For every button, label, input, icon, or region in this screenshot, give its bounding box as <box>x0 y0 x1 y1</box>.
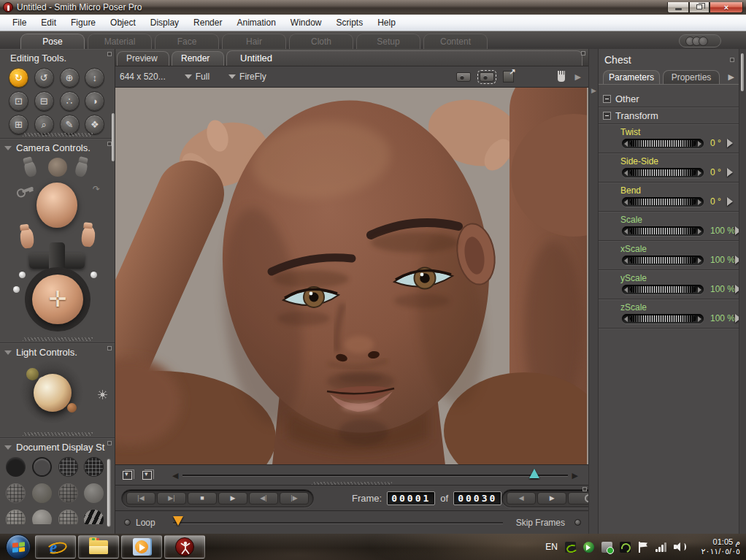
collapse-triangle-icon[interactable] <box>4 350 12 355</box>
taskbar-poser[interactable] <box>164 535 205 559</box>
dial-left-arrow-icon[interactable] <box>624 258 628 264</box>
start-button[interactable] <box>6 534 31 559</box>
idm-tray-icon[interactable] <box>583 542 594 553</box>
room-tab-material[interactable]: Material <box>88 34 152 49</box>
taskbar-windows-media-player[interactable] <box>121 535 162 559</box>
direct-manipulation-tool-button[interactable]: ✎ <box>60 115 80 134</box>
room-tab-setup[interactable]: Setup <box>356 34 420 49</box>
restore-button[interactable] <box>689 2 710 13</box>
timeline-left-arrow-icon[interactable]: ◀ <box>172 471 178 480</box>
panel-menu-box[interactable] <box>730 58 734 62</box>
room-tab-pose[interactable]: Pose <box>20 34 85 49</box>
translate-pull-tool-button[interactable]: ⊕ <box>60 68 80 88</box>
left-hand-flesh-icon[interactable] <box>20 227 35 249</box>
scale-tool-button[interactable]: ⊡ <box>9 91 28 111</box>
dial-left-arrow-icon[interactable] <box>624 287 628 293</box>
room-tab-face[interactable]: Face <box>155 34 219 49</box>
render-resolution[interactable]: 644 x 520... <box>120 72 166 82</box>
dial-right-arrow-icon[interactable] <box>698 316 701 322</box>
display-style-hidden-line[interactable] <box>84 457 104 477</box>
current-frame-counter[interactable]: 00001 <box>387 491 435 505</box>
display-style-flat-lined[interactable] <box>58 483 78 503</box>
tab-render[interactable]: Render <box>172 51 224 66</box>
panel-resize-hatch[interactable] <box>23 133 93 137</box>
menu-help[interactable]: Help <box>371 15 402 30</box>
taper-tool-button[interactable]: ⊟ <box>34 91 54 111</box>
panel-menu-box[interactable] <box>582 487 587 491</box>
dial-options-arrow-icon[interactable] <box>727 139 733 147</box>
room-tab-cloth[interactable]: Cloth <box>289 34 353 49</box>
collapse-box-icon[interactable] <box>603 95 611 103</box>
menu-window[interactable]: Window <box>284 15 328 30</box>
timeline-track[interactable]: ◀ ▶ <box>172 470 578 480</box>
usb-safely-remove-icon[interactable] <box>601 542 612 553</box>
camera-trackball[interactable]: ✛ <box>32 275 83 324</box>
menu-file[interactable]: File <box>6 15 33 30</box>
collapse-triangle-icon[interactable] <box>4 445 12 450</box>
display-style-cartoon[interactable] <box>32 510 52 524</box>
collapse-triangle-icon[interactable] <box>4 146 12 150</box>
dial-right-arrow-icon[interactable] <box>698 229 701 234</box>
dial-options-arrow-icon[interactable] <box>727 168 733 177</box>
nvidia-tray-icon[interactable] <box>565 542 576 553</box>
display-style-scrollbar[interactable] <box>107 459 111 527</box>
right-column-scrollbar[interactable] <box>741 53 744 91</box>
panel-menu-box[interactable] <box>107 52 112 56</box>
splitter-expand-icon[interactable]: ▶ <box>591 87 596 94</box>
dial-value[interactable]: 0 ° <box>710 196 721 207</box>
camera-select-dot[interactable] <box>13 286 20 293</box>
light-brightness-sun-icon[interactable] <box>98 390 107 399</box>
panel-menu-box[interactable] <box>107 346 112 350</box>
display-style-wireframe[interactable] <box>58 457 78 477</box>
more-tools-chevron-icon[interactable]: ▶ <box>575 72 581 82</box>
dial-slider[interactable] <box>622 197 704 207</box>
dial-slider[interactable] <box>622 256 704 265</box>
dial-right-arrow-icon[interactable] <box>698 141 701 147</box>
menu-scripts[interactable]: Scripts <box>330 15 370 30</box>
right-hand-flesh-icon[interactable] <box>81 226 96 248</box>
playback-range-marker[interactable] <box>173 516 183 526</box>
dial-slider[interactable] <box>622 139 704 148</box>
export-image-icon[interactable] <box>503 71 514 83</box>
previous-keyframe-button[interactable]: ◀ <box>507 492 536 505</box>
menu-render[interactable]: Render <box>187 15 228 30</box>
display-style-flat-shaded[interactable] <box>32 483 52 503</box>
dial-right-arrow-icon[interactable] <box>698 199 701 205</box>
dial-left-arrow-icon[interactable] <box>624 199 628 205</box>
last-frame-button[interactable]: ▶| <box>157 492 186 505</box>
clock[interactable]: 01:05 م ٢٠١١/٠٥/٠٥ <box>693 537 740 556</box>
volume-icon[interactable] <box>674 542 686 553</box>
panel-resize-hatch[interactable] <box>23 337 93 341</box>
left-hand-camera-icon[interactable] <box>23 159 37 177</box>
dial-slider[interactable] <box>622 226 704 236</box>
display-style-smooth-shaded[interactable] <box>84 483 104 503</box>
dial-right-arrow-icon[interactable] <box>698 170 701 176</box>
dial-slider[interactable] <box>622 314 704 323</box>
display-style-silhouette[interactable] <box>6 457 26 477</box>
tab-properties[interactable]: Properties <box>663 70 720 84</box>
playback-range-track[interactable] <box>173 519 503 526</box>
light-indicator-1[interactable] <box>26 368 39 380</box>
panel-splitter[interactable]: ▶ <box>588 49 599 534</box>
step-back-button[interactable]: ◀| <box>249 492 278 505</box>
rotate-tool-button[interactable]: ↻ <box>9 68 28 88</box>
dial-value[interactable]: 100 % <box>710 313 735 323</box>
chain-break-tool-button[interactable]: ❖ <box>85 115 104 134</box>
render-viewport[interactable] <box>115 88 588 465</box>
close-button[interactable]: × <box>710 2 743 13</box>
play-button[interactable]: ▶ <box>218 492 247 505</box>
dial-slider[interactable] <box>622 168 704 177</box>
menu-display[interactable]: Display <box>144 15 185 30</box>
light-sphere-control[interactable] <box>34 374 72 412</box>
menu-animation[interactable]: Animation <box>230 15 282 30</box>
display-style-lit-wireframe[interactable] <box>6 483 26 503</box>
dial-value[interactable]: 0 ° <box>710 167 721 177</box>
total-frames-counter[interactable]: 00030 <box>453 491 501 505</box>
timeline-right-arrow-icon[interactable]: ▶ <box>572 471 578 480</box>
twist-tool-button[interactable]: ↺ <box>34 68 54 88</box>
signal-strength-icon[interactable] <box>655 542 666 552</box>
tab-overflow-arrow-icon[interactable]: ▶ <box>728 72 734 82</box>
group-transform[interactable]: Transform <box>599 107 739 124</box>
display-style-smooth-lined[interactable] <box>6 510 26 524</box>
next-keyframe-button[interactable]: ▶ <box>537 492 566 505</box>
